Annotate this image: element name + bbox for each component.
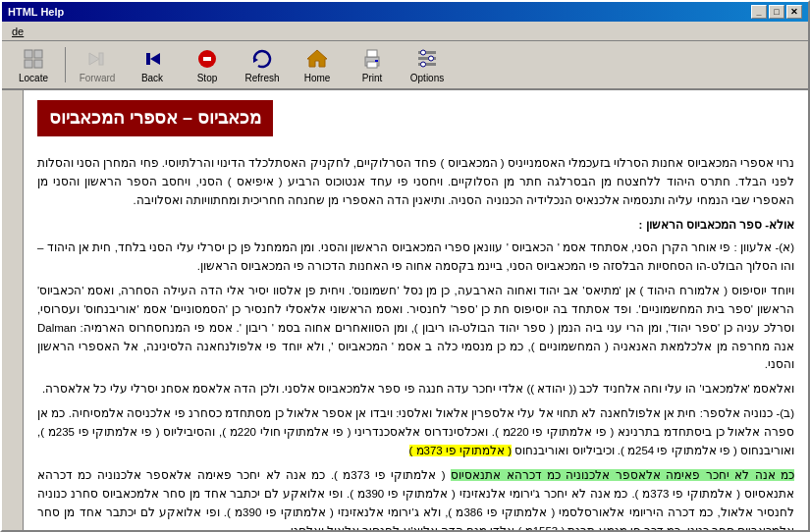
locate-button[interactable]: Locate — [8, 43, 59, 86]
refresh-button[interactable]: Refresh — [237, 43, 288, 86]
toolbar-separator-1 — [65, 47, 66, 82]
stop-label: Stop — [197, 73, 218, 83]
options-icon — [415, 47, 439, 71]
svg-rect-0 — [25, 50, 32, 58]
options-label: Options — [410, 73, 444, 83]
svg-rect-2 — [34, 50, 42, 58]
locate-label: Locate — [19, 73, 48, 83]
minimize-button[interactable]: _ — [751, 5, 767, 19]
paragraph-4: ואלאסמ 'אלמכאבי' הו עלי וחה אלחניד לכב (… — [37, 380, 794, 399]
paragraph-2: (א)- אלעוון : פי אוחר הקרן הסני, אסתחד א… — [37, 239, 794, 276]
paragraph-5: (ב)- כנוניה אלספר: חית אן אלפולחאנה לא ת… — [37, 404, 794, 460]
svg-marker-11 — [307, 50, 327, 67]
main-content[interactable]: מכאביוס – אספרי המכאביוס נרוי אספרי המכא… — [24, 90, 808, 530]
svg-marker-4 — [89, 53, 99, 65]
paragraph-1: נרוי אספרי המכאביוס אחנות הסרלוי בזעכמלי… — [37, 154, 794, 210]
menu-item-de[interactable]: de — [6, 25, 29, 38]
content-area: מכאביוס – אספרי המכאביוס נרוי אספרי המכא… — [2, 90, 808, 530]
back-label: Back — [141, 73, 163, 83]
forward-icon — [85, 47, 109, 71]
svg-rect-13 — [367, 50, 377, 57]
svg-marker-6 — [150, 53, 160, 65]
content-body: נרוי אספרי המכאביוס אחנות הסרלוי בזעכמלי… — [37, 154, 794, 530]
svg-rect-5 — [99, 53, 103, 65]
home-button[interactable]: Home — [292, 43, 343, 86]
svg-rect-9 — [203, 57, 211, 61]
toolbar: Locate Forward Back — [2, 41, 808, 90]
section-header-1: אולא- ספר המכאביוס הראשון : — [37, 216, 794, 235]
forward-label: Forward — [80, 73, 116, 83]
svg-rect-15 — [375, 60, 378, 62]
svg-rect-14 — [367, 62, 377, 68]
svg-point-20 — [429, 56, 434, 61]
maximize-button[interactable]: □ — [769, 5, 784, 19]
home-label: Home — [304, 73, 331, 83]
print-button[interactable]: Print — [347, 43, 398, 86]
paragraph-3: ויוחד יוסיפוס ( אלמורח היהוד ) אן 'מתיאס… — [37, 282, 794, 375]
back-button[interactable]: Back — [127, 43, 178, 86]
paragraph-6: כמ אנה לא יחכר פאימה אלאספר אלכנוניה כמ … — [37, 466, 794, 530]
menu-bar: de — [2, 22, 808, 41]
window-controls: _ □ ✕ — [751, 5, 802, 19]
print-label: Print — [362, 73, 383, 83]
home-icon — [305, 47, 329, 71]
title-bar: HTML Help _ □ ✕ — [2, 2, 808, 22]
back-icon — [140, 47, 164, 71]
svg-marker-10 — [253, 57, 258, 63]
forward-button: Forward — [72, 43, 123, 86]
print-icon — [360, 47, 384, 71]
svg-point-19 — [421, 50, 426, 55]
stop-button[interactable]: Stop — [182, 43, 233, 86]
main-window: HTML Help _ □ ✕ de Locate — [0, 0, 810, 532]
svg-point-21 — [421, 62, 426, 67]
refresh-icon — [250, 47, 274, 71]
nav-panel — [2, 90, 24, 530]
highlighted-text-1: ( אלמתוקי פי 373מ ) — [409, 445, 513, 456]
options-button[interactable]: Options — [402, 43, 453, 86]
window-title: HTML Help — [8, 6, 64, 18]
page-title: מכאביוס – אספרי המכאביוס — [37, 100, 273, 136]
highlighted-text-2: כמ אנה לא יחכר פאימה אלאספר אלכנוניה כמ … — [451, 469, 794, 481]
svg-rect-3 — [34, 60, 42, 68]
svg-rect-7 — [146, 53, 150, 65]
svg-rect-1 — [25, 60, 32, 68]
close-button[interactable]: ✕ — [786, 5, 802, 19]
refresh-label: Refresh — [244, 73, 279, 83]
stop-icon — [195, 47, 219, 71]
locate-icon — [22, 47, 45, 71]
